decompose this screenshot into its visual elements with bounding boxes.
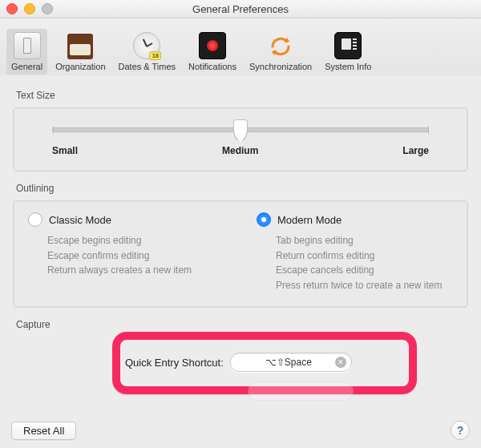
quick-entry-label: Quick Entry Shortcut: [125,357,224,369]
sync-icon [268,34,293,59]
preferences-body: Text Size Small Medium Large [0,75,481,448]
text-size-label: Text Size [16,90,465,101]
slider-label-medium: Medium [222,145,258,156]
tab-label: Synchronization [249,62,312,71]
toolbar: General Organization 18 Dates & Times No… [0,18,481,79]
radio-label: Classic Mode [49,214,111,226]
classic-hints: Escape begins editing Escape confirms ed… [47,233,224,278]
tab-label: Dates & Times [119,62,176,71]
outlining-group: Classic Mode Escape begins editing Escap… [13,200,468,308]
tab-organization[interactable]: Organization [51,30,110,75]
text-size-group: Small Medium Large [13,107,468,172]
clippings-field-obscured[interactable] [248,381,354,401]
slider-label-small: Small [52,145,78,156]
tab-dates-times[interactable]: 18 Dates & Times [114,29,181,75]
tab-label: General [11,62,42,71]
text-size-slider[interactable]: Small Medium Large [52,127,429,156]
sysinfo-icon [334,32,362,59]
quick-entry-shortcut-field[interactable]: ⌥⇧Space [230,353,352,372]
slider-label-large: Large [402,145,429,156]
tab-label: Organization [55,62,105,71]
window-title: General Preferences [0,3,481,15]
datetime-icon: 18 [133,32,160,59]
tab-label: Notifications [188,62,236,71]
help-button[interactable]: ? [451,421,470,440]
general-icon [14,32,41,59]
org-icon [67,34,93,59]
window-controls [6,3,53,14]
radio-icon [257,212,271,227]
radio-label: Modern Mode [277,214,342,226]
preferences-window: General Preferences General Organization… [0,0,481,448]
capture-group: Quick Entry Shortcut: ⌥⇧Space [13,337,468,417]
tab-notifications[interactable]: Notifications [184,29,241,75]
radio-modern-mode[interactable]: Modern Mode [257,212,453,227]
tab-label: System Info [325,62,371,71]
notif-icon [199,32,226,59]
radio-classic-mode[interactable]: Classic Mode [28,212,224,227]
tab-general[interactable]: General [6,29,47,75]
capture-label: Capture [16,319,465,330]
clear-icon[interactable] [335,357,346,368]
footer: Reset All ? [0,413,481,448]
close-icon[interactable] [6,3,18,14]
slider-knob-icon[interactable] [233,119,248,140]
calendar-badge: 18 [149,51,161,60]
tab-synchronization[interactable]: Synchronization [245,30,317,75]
radio-icon [28,212,42,227]
modern-hints: Tab begins editing Return confirms editi… [276,233,453,293]
outlining-label: Outlining [16,183,465,194]
titlebar: General Preferences [0,0,481,18]
minimize-icon[interactable] [24,3,35,14]
clippings-row-obscured [125,381,354,401]
shortcut-value: ⌥⇧Space [242,357,335,368]
reset-all-button[interactable]: Reset All [11,422,76,440]
tab-system-info[interactable]: System Info [320,29,376,75]
zoom-icon [42,3,53,14]
